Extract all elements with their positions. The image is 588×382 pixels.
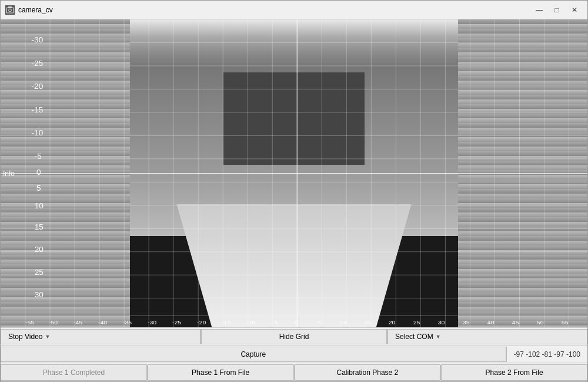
camera-view: -30 -25 -20 -15 -10 -5 0 5 10 15 20 25 3… (1, 19, 587, 327)
svg-rect-0 (6, 8, 14, 13)
maximize-button[interactable]: □ (549, 4, 565, 16)
center-foam (223, 72, 365, 165)
svg-rect-2 (8, 6, 12, 8)
main-window: camera_cv — □ ✕ (0, 0, 588, 382)
hide-grid-button[interactable]: Hide Grid (201, 329, 387, 344)
svg-point-1 (9, 9, 12, 12)
phase1-from-file-label: Phase 1 From File (192, 368, 249, 377)
values-display: -97 -102 -81 -97 -100 (507, 350, 587, 358)
phase1-from-file-button[interactable]: Phase 1 From File (148, 364, 294, 381)
select-com-label: Select COM (395, 333, 433, 341)
stop-video-button[interactable]: Stop Video ▼ (1, 329, 201, 344)
left-wall (1, 19, 130, 327)
title-bar: camera_cv — □ ✕ (1, 1, 587, 19)
minimize-button[interactable]: — (531, 4, 547, 16)
stop-video-dropdown-arrow: ▼ (45, 334, 51, 340)
capture-button[interactable]: Capture (1, 347, 506, 362)
select-com-button[interactable]: Select COM ▼ (387, 329, 587, 344)
scene-bg (1, 19, 587, 327)
capture-label: Capture (240, 350, 266, 358)
calibration-phase2-label: Calibration Phase 2 (337, 368, 399, 377)
controls-area: Stop Video ▼ Hide Grid Select COM ▼ Capt… (1, 327, 587, 381)
main-content: -30 -25 -20 -15 -10 -5 0 5 10 15 20 25 3… (1, 19, 587, 381)
controls-row2: Capture -97 -102 -81 -97 -100 (1, 345, 587, 363)
title-bar-buttons: — □ ✕ (531, 4, 583, 16)
right-wall (458, 19, 587, 327)
calibration-phase2-button[interactable]: Calibration Phase 2 (295, 364, 441, 381)
hide-grid-label: Hide Grid (279, 333, 309, 341)
stop-video-label: Stop Video (8, 333, 43, 341)
select-com-dropdown-arrow: ▼ (436, 334, 441, 340)
phase1-completed-label: Phase 1 Completed (43, 368, 105, 377)
floor (176, 204, 411, 327)
controls-row3: Phase 1 Completed Phase 1 From File Cali… (1, 363, 587, 381)
phase2-from-file-label: Phase 2 From File (486, 368, 543, 377)
controls-row1: Stop Video ▼ Hide Grid Select COM ▼ (1, 327, 587, 345)
phase1-completed-button[interactable]: Phase 1 Completed (1, 364, 147, 381)
info-label: Info (3, 170, 15, 178)
close-button[interactable]: ✕ (566, 4, 583, 16)
phase2-from-file-button[interactable]: Phase 2 From File (441, 364, 587, 381)
title-bar-left: camera_cv (5, 5, 53, 15)
window-title: camera_cv (18, 6, 53, 14)
app-icon (5, 5, 15, 15)
